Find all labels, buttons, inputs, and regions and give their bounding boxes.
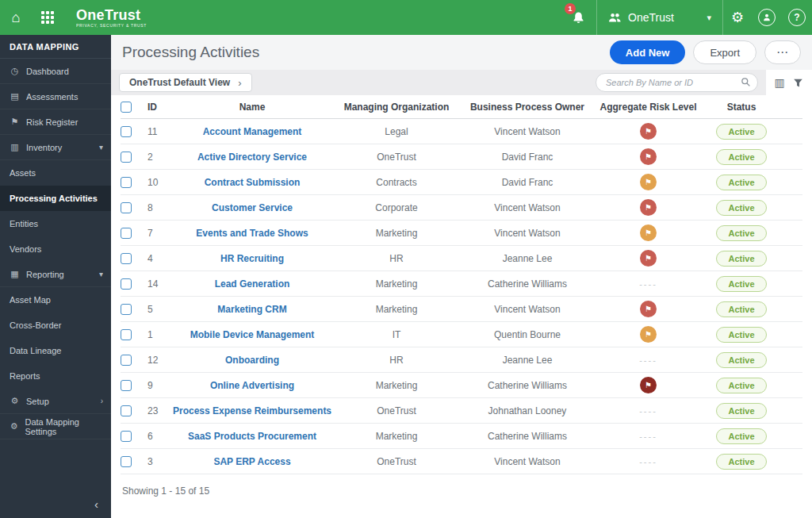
- row-checkbox[interactable]: [121, 380, 132, 391]
- table-row: 23Process Expense ReimbursementsOneTrust…: [121, 398, 802, 424]
- risk-flag-icon: ⚑: [640, 123, 657, 140]
- column-header-aggregate-risk-level[interactable]: Aggregate Risk Level: [595, 102, 702, 113]
- row-checkbox[interactable]: [121, 329, 132, 340]
- sidebar-item-data-lineage[interactable]: Data Lineage: [0, 338, 111, 363]
- view-selector-button[interactable]: OneTrust Default View ›: [119, 73, 252, 92]
- row-checkbox[interactable]: [121, 152, 132, 163]
- column-header-managing-organization[interactable]: Managing Organization: [333, 102, 460, 113]
- row-business-process-owner: Quentin Bourne: [460, 329, 595, 340]
- row-checkbox[interactable]: [121, 228, 132, 239]
- sidebar-item-dashboard[interactable]: ◷Dashboard: [0, 59, 111, 84]
- row-checkbox[interactable]: [121, 202, 132, 213]
- page-header: Processing Activities Add New Export ⋯: [111, 35, 812, 70]
- sidebar-item-cross-border[interactable]: Cross-Border: [0, 313, 111, 338]
- sidebar-item-inventory[interactable]: ▥Inventory▾: [0, 135, 111, 160]
- activity-name-link[interactable]: SaaS Products Procurement: [188, 431, 316, 442]
- row-business-process-owner: Vincent Watson: [460, 304, 595, 315]
- row-managing-organization: HR: [333, 355, 460, 366]
- row-id: 23: [147, 405, 171, 416]
- export-button[interactable]: Export: [693, 40, 756, 64]
- more-options-button[interactable]: ⋯: [764, 40, 801, 64]
- row-checkbox[interactable]: [121, 126, 132, 137]
- activity-name-link[interactable]: Mobile Device Management: [190, 329, 315, 340]
- home-icon[interactable]: ⌂: [0, 0, 32, 35]
- column-header-id[interactable]: ID: [147, 102, 171, 113]
- page-title: Processing Activities: [122, 44, 259, 61]
- sidebar-item-vendors[interactable]: Vendors: [0, 236, 111, 262]
- sidebar-item-risk-register[interactable]: ⚑Risk Register: [0, 109, 111, 135]
- status-badge: Active: [716, 327, 766, 343]
- activity-name-link[interactable]: SAP ERP Access: [213, 456, 290, 467]
- org-name: OneTrust: [628, 11, 674, 24]
- row-checkbox[interactable]: [121, 405, 132, 416]
- activity-name-link[interactable]: Online Advertising: [210, 380, 294, 391]
- person-icon: [762, 13, 772, 22]
- sidebar-item-entities[interactable]: Entities: [0, 211, 111, 236]
- columns-icon[interactable]: ▥: [775, 76, 785, 89]
- column-header-name[interactable]: Name: [171, 102, 333, 113]
- sidebar-item-label: Vendors: [10, 244, 41, 254]
- activity-name-link[interactable]: Onboarding: [225, 355, 279, 366]
- row-managing-organization: Marketing: [333, 304, 460, 315]
- column-header-status[interactable]: Status: [702, 102, 781, 113]
- sidebar-item-data-mapping-settings[interactable]: ⚙Data Mapping Settings: [0, 414, 111, 439]
- row-checkbox[interactable]: [121, 304, 132, 315]
- sidebar-item-setup[interactable]: ⚙Setup›: [0, 389, 111, 414]
- settings-gear-icon[interactable]: ⚙: [723, 0, 752, 35]
- activity-name-link[interactable]: Active Directory Service: [197, 152, 307, 163]
- row-id: 12: [147, 355, 171, 366]
- row-checkbox[interactable]: [121, 456, 132, 467]
- sidebar-item-assessments[interactable]: ▤Assessments: [0, 84, 111, 109]
- sidebar-item-assets[interactable]: Assets: [0, 160, 111, 186]
- help-icon[interactable]: ?: [788, 9, 806, 26]
- brand-tagline: PRIVACY, SECURITY & TRUST: [76, 24, 147, 28]
- notifications-button[interactable]: 1: [560, 0, 596, 35]
- row-checkbox[interactable]: [121, 253, 132, 264]
- sidebar-item-processing-activities[interactable]: Processing Activities: [0, 186, 111, 211]
- row-checkbox[interactable]: [121, 431, 132, 442]
- showing-count: Showing 1 - 15 of 15: [121, 474, 802, 508]
- sidebar-item-label: Assets: [10, 168, 36, 178]
- activity-name-link[interactable]: Events and Trade Shows: [196, 228, 308, 239]
- row-checkbox[interactable]: [121, 278, 132, 290]
- table-row: 8Customer ServiceCorporateVincent Watson…: [121, 195, 802, 221]
- activity-name-link[interactable]: Lead Generation: [215, 278, 290, 290]
- row-checkbox[interactable]: [121, 177, 132, 188]
- row-managing-organization: Marketing: [333, 228, 460, 239]
- row-managing-organization: Marketing: [333, 278, 460, 290]
- row-business-process-owner: David Franc: [460, 152, 595, 163]
- risk-empty-value: ----: [639, 355, 657, 365]
- row-checkbox[interactable]: [121, 355, 132, 366]
- table-row: 12OnboardingHRJeanne Lee----Active: [121, 347, 802, 373]
- sidebar-item-reporting[interactable]: ▦Reporting▾: [0, 262, 111, 287]
- sidebar-item-asset-map[interactable]: Asset Map: [0, 287, 111, 313]
- folder-icon: ▥: [10, 142, 20, 152]
- app-launcher-icon[interactable]: [32, 0, 63, 35]
- filter-icon[interactable]: [793, 78, 803, 88]
- sidebar-item-label: Reports: [10, 371, 40, 381]
- assessments-icon: ▤: [10, 91, 20, 102]
- activity-name-link[interactable]: Account Management: [203, 126, 302, 137]
- risk-flag-icon: ⚑: [640, 326, 657, 343]
- chevron-down-icon: ▾: [99, 143, 103, 152]
- activity-name-link[interactable]: Contract Submission: [205, 177, 301, 188]
- status-badge: Active: [716, 454, 766, 470]
- onetrust-logo: OneTrust PRIVACY, SECURITY & TRUST: [76, 8, 147, 28]
- account-icon[interactable]: [758, 9, 776, 26]
- sidebar-item-label: Data Lineage: [10, 346, 61, 355]
- sidebar-item-label: Assessments: [26, 92, 78, 102]
- risk-flag-icon: ⚑: [640, 224, 657, 241]
- sidebar-collapse-button[interactable]: ‹: [0, 493, 111, 515]
- activity-name-link[interactable]: Customer Service: [212, 202, 293, 213]
- sidebar-item-reports[interactable]: Reports: [0, 363, 111, 389]
- dashboard-icon: ◷: [10, 66, 20, 76]
- org-selector[interactable]: OneTrust ▾: [596, 0, 723, 35]
- row-business-process-owner: Vincent Watson: [460, 202, 595, 213]
- activity-name-link[interactable]: Process Expense Reimbursements: [173, 405, 331, 416]
- search-input[interactable]: [596, 73, 758, 92]
- add-new-button[interactable]: Add New: [610, 40, 686, 64]
- activity-name-link[interactable]: Marketing CRM: [217, 304, 286, 315]
- activity-name-link[interactable]: HR Recruiting: [220, 253, 284, 264]
- column-header-business-process-owner[interactable]: Business Process Owner: [460, 102, 595, 113]
- select-all-checkbox[interactable]: [121, 102, 132, 113]
